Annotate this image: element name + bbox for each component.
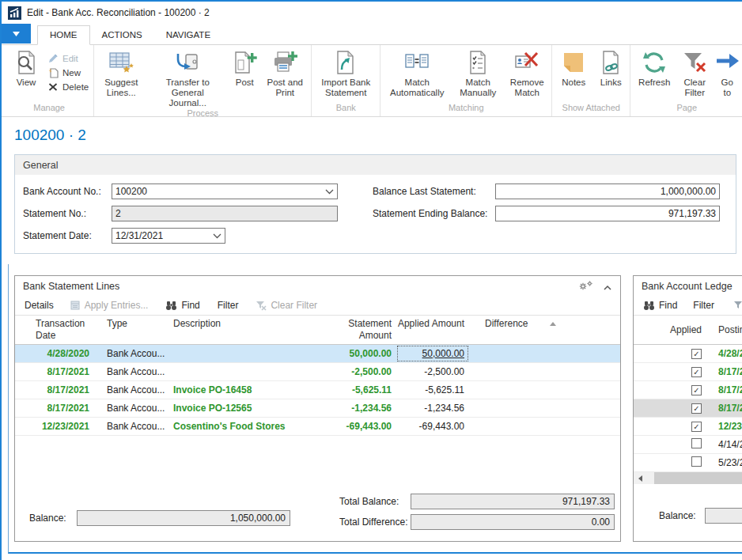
clear-filter-button[interactable]: Clear Filter [676, 49, 713, 98]
tab-navigate[interactable]: NAVIGATE [154, 26, 222, 44]
match-manually-button[interactable]: Match Manually [452, 49, 504, 98]
new-button[interactable]: New [47, 67, 89, 78]
post-button[interactable]: Post [229, 49, 260, 88]
bank-account-no-field[interactable]: 100200 [112, 184, 338, 199]
suggest-lines-button[interactable]: Suggest Lines... [96, 49, 146, 98]
go-to-button[interactable]: Go to [713, 49, 741, 98]
cell-date[interactable]: 8/17/2021 [15, 363, 100, 380]
cell-stmt[interactable]: -5,625.11 [315, 381, 396, 399]
checkbox-unchecked-icon[interactable] [691, 438, 702, 448]
cell-type[interactable]: Bank Accou... [100, 381, 168, 399]
cell-date[interactable]: 8/17/2021 [15, 399, 100, 417]
ledger-horizontal-scrollbar[interactable] [634, 472, 742, 484]
ledger-clear-filter-button[interactable] [733, 301, 742, 311]
refresh-button[interactable]: Refresh [632, 49, 676, 88]
view-button[interactable]: View [6, 49, 46, 88]
ledger-entry-row[interactable]: ✓8/17/2 [634, 363, 742, 381]
statement-ending-balance-field[interactable]: 971,197.33 [495, 206, 720, 221]
cell-type[interactable]: Bank Accou... [100, 363, 168, 380]
notes-button[interactable]: Notes [554, 49, 593, 88]
application-menu-button[interactable] [2, 24, 31, 44]
cell-stmt[interactable]: -2,500.00 [315, 363, 396, 380]
apply-entries-button[interactable]: Apply Entries... [70, 300, 149, 311]
collapse-chevron-icon[interactable] [603, 282, 612, 293]
column-header-difference[interactable]: Difference [469, 318, 560, 329]
column-header-type[interactable]: Type [100, 318, 168, 329]
cell-diff[interactable] [469, 345, 560, 362]
cell-date[interactable]: 4/28/2020 [15, 345, 100, 362]
cell-appl[interactable]: -5,625.11 [396, 381, 469, 399]
checkbox-checked-icon[interactable]: ✓ [691, 403, 702, 414]
cell-type[interactable]: Bank Accou... [100, 345, 168, 362]
ledger-entry-row[interactable]: ✓12/23 [634, 418, 742, 436]
cell-desc[interactable]: Cosentino's Food Stores [168, 418, 315, 435]
statement-line-row[interactable]: 8/17/2021Bank Accou...Invoice PO-12565-1… [15, 399, 620, 418]
combobox-chevron-icon[interactable] [325, 189, 334, 195]
ledger-entry-row[interactable]: ✓8/17/2 [634, 399, 742, 418]
balance-last-statement-field[interactable]: 1,000,000.00 [495, 184, 720, 199]
scroll-left-arrow-icon[interactable] [634, 472, 646, 484]
remove-match-button[interactable]: Remove Match [504, 49, 550, 98]
checkbox-unchecked-icon[interactable] [691, 456, 702, 467]
ledger-entry-row[interactable]: 4/14/2 [634, 436, 742, 454]
cell-appl[interactable]: 50,000.00 [396, 345, 469, 362]
column-header-posting-date[interactable]: Postin [710, 324, 742, 335]
import-bank-statement-button[interactable]: Import Bank Statement [313, 49, 378, 98]
cell-type[interactable]: Bank Accou... [100, 418, 168, 435]
edit-button[interactable]: Edit [47, 53, 89, 64]
checkbox-checked-icon[interactable]: ✓ [691, 385, 702, 395]
cell-date[interactable]: 12/23/2021 [15, 418, 100, 435]
statement-line-row[interactable]: 4/28/2020Bank Accou...50,000.0050,000.00 [15, 345, 620, 363]
cell-posting-date[interactable]: 5/23/2 [710, 457, 742, 468]
checkbox-checked-icon[interactable]: ✓ [691, 367, 702, 377]
ledger-filter-button[interactable]: Filter [693, 300, 714, 311]
cell-stmt[interactable]: -1,234.56 [315, 399, 396, 417]
cell-diff[interactable] [469, 418, 560, 435]
tab-home[interactable]: HOME [37, 25, 90, 45]
filter-button[interactable]: Filter [218, 300, 239, 311]
find-button[interactable]: Find [165, 300, 199, 311]
cell-diff[interactable] [469, 399, 560, 417]
general-fasttab-header[interactable]: General [15, 155, 736, 175]
column-header-applied-amount[interactable]: Applied Amount [396, 318, 469, 330]
statement-line-row[interactable]: 8/17/2021Bank Accou...-2,500.00-2,500.00 [15, 363, 620, 381]
statement-line-row[interactable]: 12/23/2021Bank Accou...Cosentino's Food … [15, 418, 620, 436]
cell-stmt[interactable]: -69,443.00 [315, 418, 396, 435]
details-button[interactable]: Details [25, 300, 54, 311]
match-automatically-button[interactable]: Match Automatically [382, 49, 452, 98]
ledger-entry-row[interactable]: ✓4/28/2 [634, 345, 742, 363]
tab-actions[interactable]: ACTIONS [90, 26, 154, 44]
cell-desc[interactable]: Invoice PO-12565 [168, 399, 315, 417]
statement-line-row[interactable]: 8/17/2021Bank Accou...Invoice PO-16458-5… [15, 381, 620, 399]
cell-diff[interactable] [469, 381, 560, 399]
checkbox-checked-icon[interactable]: ✓ [691, 422, 702, 432]
cell-posting-date[interactable]: 4/28/2 [710, 348, 742, 359]
cell-appl[interactable]: -2,500.00 [396, 363, 469, 380]
cell-date[interactable]: 8/17/2021 [15, 381, 100, 399]
transfer-to-general-journal-button[interactable]: Transfer to General Journal... [146, 49, 229, 108]
cell-type[interactable]: Bank Accou... [100, 399, 168, 417]
checkbox-checked-icon[interactable]: ✓ [691, 349, 702, 359]
cell-desc[interactable] [168, 345, 315, 362]
ledger-entry-row[interactable]: ✓8/17/2 [634, 381, 742, 399]
cell-stmt[interactable]: 50,000.00 [315, 345, 396, 362]
statement-date-field[interactable]: 12/31/2021 [112, 228, 225, 244]
clear-filter-toolbar-button[interactable]: Clear Filter [256, 300, 317, 311]
column-header-applied[interactable]: Applied [634, 324, 710, 335]
cell-desc[interactable]: Invoice PO-16458 [168, 381, 315, 399]
links-button[interactable]: Links [593, 49, 628, 88]
post-and-print-button[interactable]: Post and Print [260, 49, 309, 98]
ledger-entry-row[interactable]: 5/23/2 [634, 454, 742, 472]
cell-desc[interactable] [168, 363, 315, 380]
cell-posting-date[interactable]: 4/14/2 [710, 439, 742, 450]
cell-diff[interactable] [469, 363, 560, 380]
scrollbar-thumb[interactable] [654, 472, 742, 484]
column-header-transaction-date[interactable]: Transaction Date [15, 318, 100, 342]
customize-gears-icon[interactable] [577, 280, 593, 294]
cell-posting-date[interactable]: 8/17/2 [710, 403, 742, 414]
cell-posting-date[interactable]: 8/17/2 [710, 366, 742, 377]
ledger-find-button[interactable]: Find [643, 300, 677, 311]
cell-appl[interactable]: -1,234.56 [396, 399, 469, 417]
cell-posting-date[interactable]: 8/17/2 [710, 384, 742, 395]
combobox-chevron-icon[interactable] [213, 233, 221, 239]
